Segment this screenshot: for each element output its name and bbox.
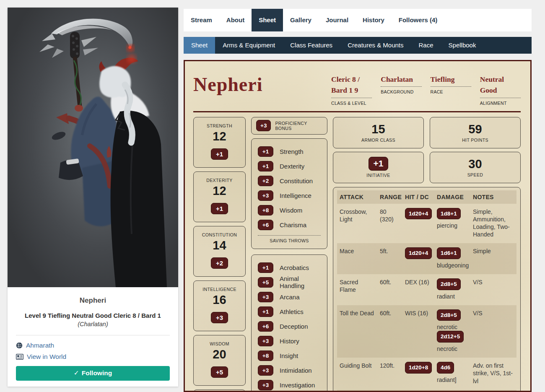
saving-throw-name: Dexterity [280,163,304,170]
top-tab[interactable]: Followers (4) [392,9,445,31]
armor-class-value: 15 [371,122,385,136]
attack-name-cell: Toll the Dead [337,305,377,358]
saving-throw-row: +8 Wisdom [258,205,321,216]
hit-points-box: 59 HIT POINTS [430,117,521,148]
top-tab-label: About [226,16,244,23]
ability-box: CHARISMA [193,389,246,392]
world-link[interactable]: Ahmarath [16,342,170,349]
attack-row: Crossbow, Light80 (320)1d20+41d8+1pierci… [337,204,516,244]
ability-modifier-badge: +1 [211,203,228,214]
header-field-label: ALIGNMENT [480,101,521,106]
skill-badge: +3 [258,336,273,346]
saving-throw-name: Intelligence [280,192,311,199]
ability-label: DEXTERITY [194,178,245,183]
attack-notes-cell: Simple [470,243,516,274]
following-label: Following [82,369,112,376]
header-field-value: Cleric 8 / Bard 1 9 [331,74,372,98]
attack-column-header: HIT / DC [402,190,434,204]
attack-hit-cell: 1d20+4 [402,204,434,244]
sheet-tab[interactable]: Race [411,37,441,54]
sheet-tab-label: Arms & Equipment [223,42,275,49]
attack-row: Ray of Enfeeblement60ft.1d20+8DebuffConc… [337,390,516,392]
initiative-box: +1 INITIATIVE [333,152,424,183]
attack-table: ATTACKRANGEHIT / DCDAMAGENOTES Crossbow,… [337,190,516,392]
view-in-world-link[interactable]: View in World [16,353,170,361]
ability-score: 20 [194,348,245,361]
top-tab[interactable]: About [219,9,252,31]
attack-row: Guiding Bolt120ft.1d20+84d6radiant]Adv. … [337,358,516,390]
attack-damage-cell: Debuff [434,390,470,392]
abilities-column: STRENGTH 12 +1 DEXTERITY 12 +1 CONSTITUT… [193,117,246,392]
top-tab[interactable]: Sheet [252,9,283,31]
header-fields: Cleric 8 / Bard 1 9 CLASS & LEVEL Charla… [331,68,521,106]
top-tab[interactable]: Journal [319,9,356,31]
damage-roll-badge: 1d6+1 [437,247,461,259]
attack-row: Toll the Dead60ft.WIS (16)2d8+5necrotic2… [337,305,516,358]
skill-row: +1 Athletics [258,306,321,317]
attack-hit-cell: DEX (16) [402,274,434,305]
damage-roll-badge: 4d6 [437,362,454,374]
ability-label: STRENGTH [194,123,245,128]
attack-damage-cell: 2d8+5radiant [434,274,470,305]
top-tab[interactable]: Stream [184,9,219,31]
top-tab[interactable]: Gallery [283,9,319,31]
hit-roll-badge: 1d20+4 [405,208,432,220]
skill-badge: +3 [258,365,273,376]
following-button[interactable]: ✓Following [16,366,170,381]
attack-range-cell: 60ft. [377,390,402,392]
profile-name: Nepheri [16,296,170,305]
attack-hit-cell: 1d20+4 [402,243,434,274]
sheet-columns: STRENGTH 12 +1 DEXTERITY 12 +1 CONSTITUT… [193,117,521,392]
proficiency-bonus-label: PROFICIENCY BONUS [275,121,322,131]
ability-box: STRENGTH 12 +1 [193,117,246,168]
sheet-tab[interactable]: Spellbook [441,37,484,54]
skill-row: +1 Acrobatics [258,262,321,273]
ability-label: INTELLIGENCE [194,287,245,292]
saving-throw-row: +1 Dexterity [258,161,321,172]
skill-row: +3 Investigation [258,379,321,391]
skill-name: History [280,337,299,345]
hit-points-value: 59 [468,122,482,136]
top-tab-label: Stream [191,16,212,23]
black-cloak [111,111,167,287]
sheet-tab-bar: Sheet Arms & Equipment Class Features Cr… [184,37,532,54]
top-tab-label: Gallery [290,16,311,23]
attack-column-header: NOTES [470,190,516,204]
check-icon: ✓ [74,369,79,376]
skills-list: +1 Acrobatics +5 Animal Handling +3 [258,262,321,392]
attack-range-cell: 60ft. [377,305,402,358]
skill-row: +3 Intimidation [258,365,321,376]
damage-type: radiant] [437,376,468,384]
world-link-label: Ahmarath [26,342,54,349]
damage-roll-badge: 2d8+5 [437,309,461,321]
attack-name-cell: Ray of Enfeeblement [337,390,377,392]
attack-notes-cell: V/S [470,274,516,305]
skill-name: Arcana [280,293,300,301]
ability-score: 16 [194,293,245,307]
sheet-tab[interactable]: Sheet [184,37,215,54]
grip-hand [75,105,83,112]
skill-row: +5 Animal Handling [258,277,321,288]
sheet-tab[interactable]: Arms & Equipment [215,37,283,54]
character-portrait[interactable] [8,8,178,287]
saving-throw-badge: +3 [258,190,273,201]
sheet-tab[interactable]: Creatures & Mounts [340,37,411,54]
ability-modifier-badge: +1 [211,148,228,160]
sheet-tab-label: Spellbook [449,42,476,49]
skill-row: +8 Insight [258,350,321,361]
armor-class-box: 15 ARMOR CLASS [333,117,424,148]
sheet-tab[interactable]: Class Features [283,37,340,54]
ability-label: WISDOM [194,341,245,346]
header-field-value: Charlatan [381,74,421,87]
top-tab-label: Followers (4) [399,16,438,23]
attack-hit-cell: WIS (16) [402,305,434,358]
speed-value: 30 [468,157,482,171]
saving-throw-badge: +1 [258,161,273,171]
attack-table-box: ATTACKRANGEHIT / DCDAMAGENOTES Crossbow,… [333,187,521,392]
top-tab[interactable]: History [356,9,392,31]
top-tab-label: Journal [326,16,348,23]
sheet-tab-label: Creatures & Mounts [348,42,403,49]
header-field-value: Tiefling [431,74,471,87]
attack-range-cell: 80 (320) [377,204,402,244]
globe-icon [16,342,23,349]
